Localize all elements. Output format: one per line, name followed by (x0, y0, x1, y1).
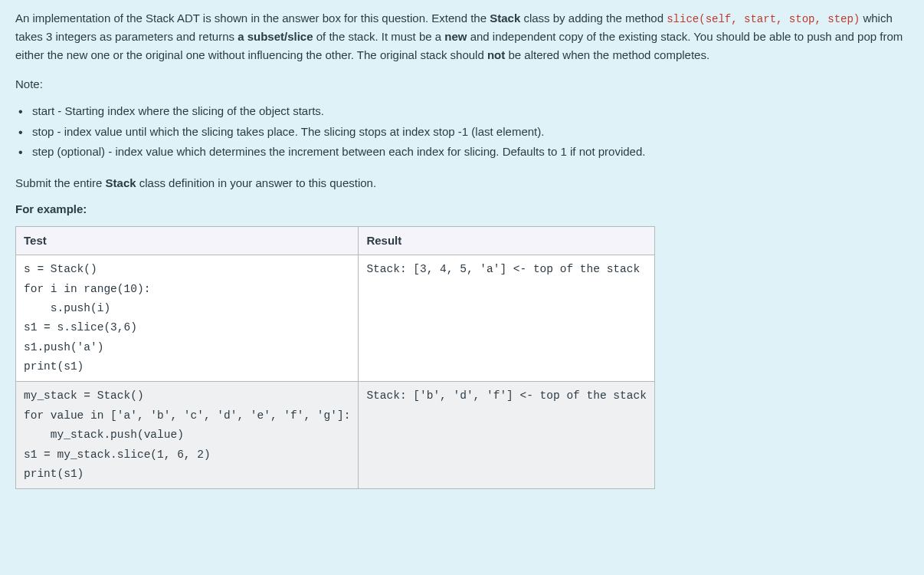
new-bold: new (444, 30, 467, 43)
header-test: Test (16, 227, 359, 255)
intro-text-1: An implementation of the Stack ADT is sh… (15, 12, 490, 25)
question-text: An implementation of the Stack ADT is sh… (15, 9, 909, 489)
result-cell: Stack: [3, 4, 5, 'a'] <- top of the stac… (359, 255, 654, 382)
table-row: my_stack = Stack() for value in ['a', 'b… (16, 382, 655, 489)
intro-paragraph: An implementation of the Stack ADT is sh… (15, 9, 909, 64)
note-item-stop: stop - index value until which the slici… (18, 122, 909, 142)
submit-text-2: class definition in your answer to this … (136, 176, 377, 189)
result-cell: Stack: ['b', 'd', 'f'] <- top of the sta… (359, 382, 654, 489)
intro-text-4: of the stack. It must be a (313, 30, 445, 43)
test-cell: my_stack = Stack() for value in ['a', 'b… (16, 382, 359, 489)
example-label: For example: (15, 200, 909, 219)
not-bold: not (487, 48, 505, 61)
subset-bold: a subset/slice (238, 30, 313, 43)
intro-text-2: class by adding the method (520, 12, 667, 25)
intro-text-6: be altered when the method completes. (505, 48, 709, 61)
stack-bold-2: Stack (106, 176, 136, 189)
note-label: Note: (15, 75, 909, 94)
header-result: Result (359, 227, 654, 255)
submit-text-1: Submit the entire (15, 176, 106, 189)
table-header-row: Test Result (16, 227, 655, 255)
submit-instruction: Submit the entire Stack class definition… (15, 174, 909, 192)
test-cell: s = Stack() for i in range(10): s.push(i… (16, 255, 359, 382)
example-table: Test Result s = Stack() for i in range(1… (15, 226, 655, 489)
stack-bold-1: Stack (490, 12, 520, 25)
note-item-step: step (optional) - index value which dete… (18, 142, 909, 162)
method-signature-code: slice(self, start, stop, step) (667, 13, 860, 25)
notes-list: start - Starting index where the slicing… (15, 101, 909, 162)
table-row: s = Stack() for i in range(10): s.push(i… (16, 255, 655, 382)
note-item-start: start - Starting index where the slicing… (18, 101, 909, 121)
